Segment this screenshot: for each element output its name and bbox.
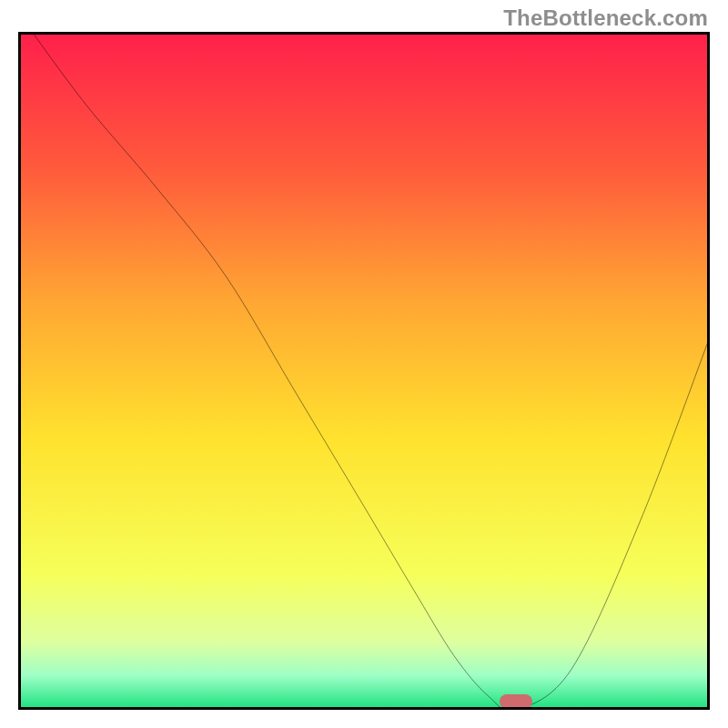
- watermark-text: TheBottleneck.com: [503, 5, 708, 31]
- svg-rect-0: [18, 32, 710, 710]
- chart-background-gradient: [18, 32, 710, 710]
- optimal-marker: [500, 694, 532, 709]
- chart-frame: [18, 32, 710, 710]
